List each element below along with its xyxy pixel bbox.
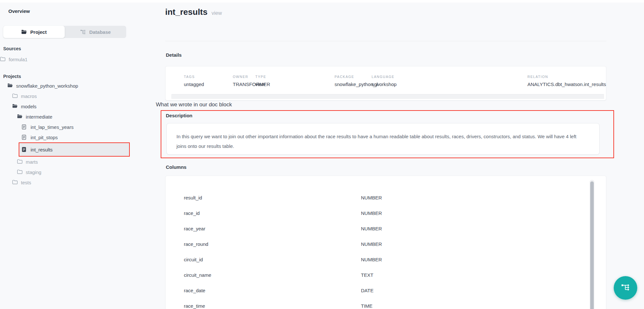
description-body: In this query we want to join out other …	[176, 132, 586, 151]
folder-icon	[17, 169, 23, 175]
folder-open-icon	[7, 83, 13, 88]
model-title: int_results	[165, 7, 208, 17]
tree-item[interactable]: models	[0, 101, 131, 111]
tabs-divider	[165, 41, 606, 41]
tree-item[interactable]: staging	[0, 167, 131, 177]
column-type: NUMBER	[361, 241, 382, 247]
column-type: NUMBER	[361, 226, 382, 231]
annotation-text: What we wrote in our doc block	[156, 101, 232, 108]
folder-icon	[12, 180, 18, 185]
folder-icon	[0, 57, 5, 62]
folder-icon	[17, 159, 23, 164]
table-row[interactable]: race_round NUMBER	[184, 236, 606, 252]
tree-item-label: tests	[21, 180, 31, 185]
projects-heading: Projects	[3, 74, 21, 79]
column-name: result_id	[184, 195, 361, 200]
column-type: TEXT	[361, 272, 373, 278]
lineage-graph-icon	[621, 283, 630, 293]
column-name: race_year	[184, 226, 361, 231]
column-name: race_round	[184, 241, 361, 247]
table-row[interactable]: race_time TIME	[184, 298, 606, 309]
toggle-project-button[interactable]: Project	[3, 26, 65, 38]
toggle-project-label: Project	[30, 29, 47, 35]
details-field: TAGS untagged	[184, 75, 233, 87]
details-collapsed-strip[interactable]	[171, 94, 604, 99]
view-toggle: Project Database	[3, 26, 126, 38]
table-row[interactable]: circuit_name TEXT	[184, 267, 606, 283]
details-section-heading: Details	[166, 52, 182, 58]
source-item[interactable]: formula1	[0, 54, 131, 64]
toggle-database-button[interactable]: Database	[65, 26, 126, 38]
tree-item[interactable]: snowflake_python_workshop	[0, 81, 131, 91]
tree-item-label: int_pit_stops	[31, 135, 58, 140]
tree-item[interactable]: marts	[0, 157, 131, 167]
lineage-graph-button[interactable]	[614, 276, 637, 300]
model-type-badge: view	[212, 10, 222, 16]
details-field-value: sql	[372, 82, 527, 87]
tree-item-label: snowflake_python_workshop	[16, 83, 78, 89]
tree-item[interactable]: int_lap_times_years	[0, 122, 131, 132]
database-tree-icon	[80, 29, 86, 34]
details-field-value: snowflake_python_workshop	[335, 82, 372, 87]
details-field: PACKAGE snowflake_python_workshop	[335, 75, 372, 87]
folder-icon	[12, 93, 18, 99]
tree-item[interactable]: int_results	[19, 143, 129, 156]
column-type: TIME	[361, 303, 373, 309]
sidebar: Overview Project Database Sources formul…	[0, 3, 148, 309]
details-field: RELATION ANALYTICS.dbt_hwatson.int_resul…	[527, 75, 606, 87]
tree-item-label: staging	[26, 169, 41, 175]
columns-table-body: result_id NUMBER race_id NUMBER race_yea…	[184, 190, 606, 309]
tree-item-label: intermediate	[26, 114, 52, 120]
description-section-heading: Description	[166, 113, 193, 118]
model-title-bar: int_results view	[165, 7, 222, 17]
file-solid-icon	[22, 147, 27, 152]
table-row[interactable]: race_date DATE	[184, 283, 606, 298]
details-card: TAGS untagged OWNER TRANSFORMER TYPE vie…	[165, 66, 606, 101]
tree-item-label: models	[21, 104, 36, 109]
table-row[interactable]: circuit_id NUMBER	[184, 252, 606, 267]
tree-item[interactable]: int_pit_stops	[0, 132, 131, 142]
details-field: TYPE view	[255, 75, 335, 87]
tree-item-label: macros	[21, 93, 37, 99]
top-strip	[0, 0, 644, 3]
details-field: OWNER TRANSFORMER	[233, 75, 255, 87]
column-name: race_id	[184, 210, 361, 216]
details-field-label: TAGS	[184, 75, 233, 79]
column-type: NUMBER	[361, 257, 382, 262]
table-row[interactable]: result_id NUMBER	[184, 190, 606, 205]
tree-item-label: int_lap_times_years	[31, 124, 73, 130]
column-type: NUMBER	[361, 210, 382, 216]
details-fields: TAGS untagged OWNER TRANSFORMER TYPE vie…	[184, 75, 606, 87]
column-name: race_date	[184, 288, 361, 293]
details-field-value: view	[255, 82, 335, 87]
column-type: DATE	[361, 288, 374, 293]
tree-item[interactable]: tests	[0, 177, 131, 188]
columns-section-heading: Columns	[166, 164, 186, 170]
sources-heading: Sources	[3, 46, 21, 51]
toggle-database-label: Database	[89, 29, 111, 35]
project-tree: snowflake_python_workshop macros models …	[0, 81, 131, 188]
description-card: In this query we want to join out other …	[166, 123, 600, 155]
details-field-label: OWNER	[233, 75, 255, 79]
details-field-label: LANGUAGE	[372, 75, 527, 79]
table-row[interactable]: race_year NUMBER	[184, 221, 606, 236]
column-name: race_time	[184, 303, 361, 309]
sources-tree: formula1	[0, 54, 131, 64]
columns-scrollbar-thumb[interactable]	[590, 181, 594, 309]
details-field-value: TRANSFORMER	[233, 82, 255, 87]
tree-item[interactable]: intermediate	[0, 111, 131, 122]
annotation-box-description: Description In this query we want to joi…	[161, 110, 614, 158]
column-name: circuit_name	[184, 272, 361, 278]
details-field-label: TYPE	[255, 75, 335, 79]
details-field: LANGUAGE sql	[372, 75, 527, 87]
column-name: circuit_id	[184, 257, 361, 262]
tree-item[interactable]: macros	[0, 91, 131, 101]
table-row[interactable]: race_id NUMBER	[184, 205, 606, 221]
tree-item-label: marts	[26, 159, 38, 165]
column-type: NUMBER	[361, 195, 382, 200]
details-field-label: PACKAGE	[335, 75, 372, 79]
folder-open-icon	[21, 29, 27, 34]
overview-heading: Overview	[8, 8, 30, 14]
details-field-value: ANALYTICS.dbt_hwatson.int_results	[527, 82, 606, 87]
file-icon	[22, 135, 27, 140]
